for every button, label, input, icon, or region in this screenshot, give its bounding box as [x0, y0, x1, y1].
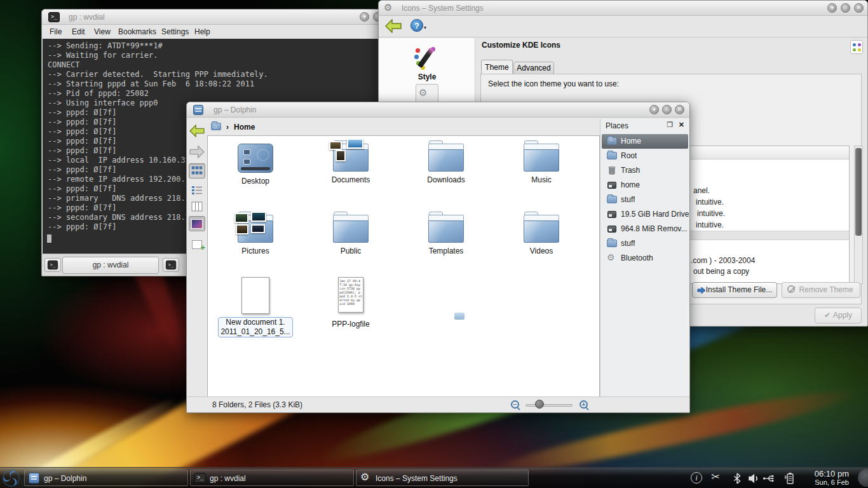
info-tray-icon[interactable]: i	[691, 472, 702, 484]
menu-settings[interactable]: Settings	[161, 27, 189, 36]
maximize-button[interactable]: ○	[662, 105, 672, 114]
menu-file[interactable]: File	[50, 27, 62, 36]
sidebar-item-style-label[interactable]: Style	[379, 72, 475, 81]
folder-item[interactable]: Public	[309, 215, 392, 255]
tab-list-button[interactable]: >_	[163, 258, 179, 272]
split-view-button[interactable]: +	[189, 237, 205, 252]
install-theme-button[interactable]: Install Theme File...	[692, 282, 777, 298]
file-item[interactable]: Jan 17 09:4 7:18 gp-Asp ire-5738 pp pd[1…	[309, 277, 392, 329]
terminal-icon: >_	[48, 261, 58, 269]
minimize-button[interactable]: ▾	[360, 12, 369, 22]
place-removable[interactable]: 964.8 MiB Remov...	[602, 222, 688, 236]
tab-advanced[interactable]: Advanced	[513, 62, 554, 74]
close-panel-icon[interactable]: ✕	[679, 121, 684, 129]
dolphin-side-toolbar: +	[187, 119, 207, 396]
folder-item[interactable]: Templates	[405, 215, 487, 255]
menu-bookmarks[interactable]: Bookmarks	[118, 27, 156, 36]
breadcrumb-home[interactable]: Home	[234, 123, 255, 132]
icon-view-button[interactable]	[189, 163, 205, 179]
place-bluetooth[interactable]: ⚙ Bluetooth	[602, 251, 688, 266]
menu-edit[interactable]: Edit	[72, 27, 85, 36]
taskbar-item-dolphin[interactable]: gp – Dolphin	[24, 470, 188, 486]
status-text: 8 Folders, 2 Files (3.3 KiB)	[212, 400, 302, 409]
drive-icon	[607, 226, 616, 233]
folder-item[interactable]: Documents	[309, 144, 392, 184]
panel-toolbox-cashew[interactable]	[858, 469, 868, 487]
place-home-partition[interactable]: home	[602, 178, 688, 193]
zoom-out-icon[interactable]: −	[511, 400, 519, 409]
drive-icon	[607, 211, 616, 218]
dolphin-titlebar[interactable]: gp – Dolphin ▾ ○ ✕	[187, 102, 689, 118]
columns-view-button[interactable]	[189, 199, 205, 214]
new-document-icon	[241, 277, 269, 314]
usb-device-notifier-icon[interactable]	[763, 472, 775, 485]
folder-item[interactable]: Downloads	[405, 144, 487, 184]
places-panel: Places ❐ ✕ ⌂ Home Root Trash home stuff	[600, 119, 689, 396]
menu-help[interactable]: Help	[194, 27, 210, 36]
menu-view[interactable]: View	[94, 27, 111, 36]
remove-theme-button[interactable]: Remove Theme	[782, 282, 860, 298]
minimize-button[interactable]: ▾	[649, 105, 659, 114]
theme-description-fragment: intuitive.	[696, 220, 724, 229]
close-button[interactable]: ✕	[675, 105, 684, 114]
tab-theme[interactable]: Theme	[481, 60, 513, 74]
volume-icon[interactable]	[747, 472, 760, 485]
check-icon: ✔	[824, 311, 831, 320]
new-tab-button[interactable]: >_	[44, 258, 61, 272]
minimize-button[interactable]: ▾	[827, 3, 837, 13]
back-button[interactable]	[385, 19, 402, 33]
style-icon[interactable]	[414, 46, 440, 71]
konsole-menubar: File Edit View Bookmarks Settings Help	[42, 25, 387, 39]
preview-toggle-button[interactable]	[189, 216, 205, 231]
place-trash[interactable]: Trash	[602, 163, 688, 178]
place-root[interactable]: Root	[602, 149, 688, 163]
folder-item[interactable]: Music	[500, 144, 583, 184]
system-settings-titlebar[interactable]: ⚙ Icons – System Settings ▾ ○ ✕	[379, 1, 867, 16]
apply-button[interactable]: ✔Apply	[815, 308, 862, 323]
select-theme-label: Select the icon theme you want to use:	[488, 79, 619, 88]
file-item-selected[interactable]: New document 1. 2011_01_20_16_5...	[214, 277, 297, 337]
zoom-slider-handle[interactable]	[535, 400, 544, 409]
place-stuff-2[interactable]: stuff	[602, 236, 688, 251]
selected-file-label: New document 1. 2011_01_20_16_5...	[218, 317, 292, 337]
place-stuff[interactable]: stuff	[602, 193, 688, 207]
zoom-in-icon[interactable]: +	[580, 400, 588, 409]
taskbar-item-konsole[interactable]: >_ gp : wvdial	[190, 470, 354, 486]
clipboard-scissors-icon[interactable]: ✂	[711, 470, 724, 483]
folder-icon	[607, 240, 617, 247]
folder-item[interactable]: Videos	[500, 215, 583, 255]
list-scrollbar[interactable]	[854, 146, 863, 284]
house-icon: ⌂	[609, 136, 613, 142]
terminal-tab[interactable]: gp : wvdial	[62, 257, 159, 274]
konsole-titlebar[interactable]: >_ gp : wvdial ▾ ○ ✕	[42, 10, 387, 25]
dolphin-window-icon	[193, 105, 203, 115]
overview-dots-icon[interactable]	[850, 40, 863, 54]
app-launcher-icon[interactable]	[1, 468, 21, 488]
folder-item[interactable]: Pictures	[214, 215, 297, 255]
float-panel-icon[interactable]: ❐	[667, 121, 673, 129]
maximize-button[interactable]: ○	[841, 3, 850, 13]
place-hard-drive[interactable]: 19.5 GiB Hard Drive	[602, 207, 688, 222]
battery-icon[interactable]	[783, 472, 796, 485]
templates-folder-icon	[428, 215, 464, 243]
clock[interactable]: 06:10 pm Sun, 6 Feb	[815, 469, 849, 486]
folder-item[interactable]: Desktop	[214, 144, 297, 186]
bluetooth-icon[interactable]	[731, 472, 743, 485]
forward-button[interactable]	[189, 144, 205, 159]
taskbar-item-system-settings[interactable]: ⚙ Icons – System Settings	[356, 470, 529, 486]
details-view-button[interactable]	[189, 182, 205, 198]
place-home[interactable]: ⌂ Home	[602, 134, 688, 149]
hardware-tools-icon[interactable]: ⚙	[416, 84, 438, 103]
breadcrumb-chevron: ›	[226, 123, 229, 132]
back-button[interactable]	[189, 123, 205, 139]
drive-icon	[607, 182, 616, 189]
dolphin-file-view[interactable]: Desktop Documents Downloads Music	[207, 135, 600, 398]
konsole-window-icon: >_	[48, 12, 60, 22]
scrollbar-thumb[interactable]	[855, 148, 862, 236]
help-button[interactable]: ?	[410, 19, 423, 32]
theme-description-fragment: anel.	[693, 186, 710, 195]
zoom-slider-track[interactable]	[526, 404, 573, 407]
home-folder-icon[interactable]: ⌂	[211, 123, 221, 130]
chevron-down-icon[interactable]: ▾	[424, 25, 426, 30]
close-button[interactable]: ✕	[854, 3, 864, 13]
